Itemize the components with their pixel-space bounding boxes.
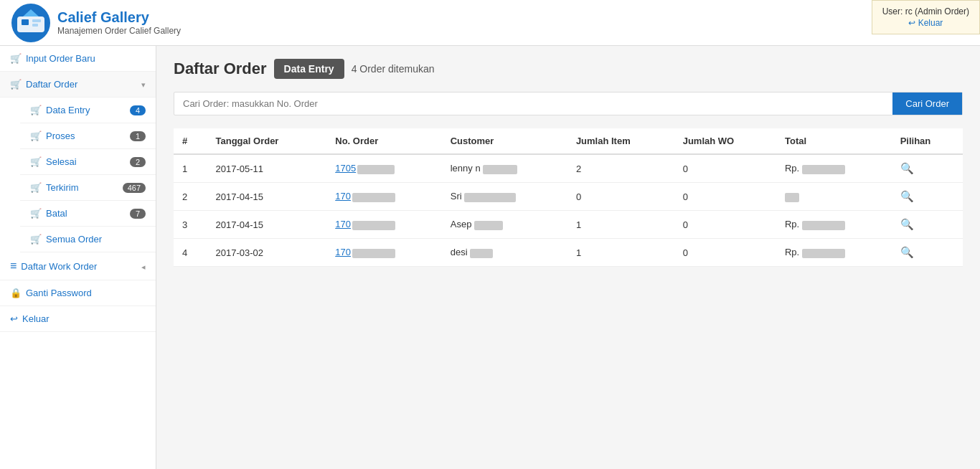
- sidebar-item-selesai[interactable]: Selesai 2: [20, 149, 156, 175]
- sidebar-label-daftar-order: Daftar Order: [26, 79, 77, 90]
- logo-icon: [11, 4, 50, 42]
- logo-text: Calief Gallery Manajemen Order Calief Ga…: [57, 9, 181, 36]
- table-row: 32017-04-15170Asep 10Rp. 🔍: [174, 211, 963, 239]
- sidebar-label-work-order: Daftar Work Order: [21, 261, 97, 272]
- table-row: 22017-04-15170Sri 00🔍: [174, 183, 963, 211]
- sidebar-label-semua-order: Semua Order: [46, 234, 102, 245]
- result-count: 4 Order ditemukan: [352, 63, 435, 75]
- customer-name: desi: [451, 247, 493, 257]
- search-detail-button[interactable]: 🔍: [900, 162, 914, 174]
- layout: Input Order Baru Daftar Order Data Entry…: [0, 46, 980, 469]
- cell-jumlah-wo: 0: [674, 239, 776, 267]
- app-name: Calief Gallery: [57, 9, 181, 26]
- th-jumlah-item: Jumlah Item: [567, 128, 674, 154]
- sidebar-item-ganti-password[interactable]: Ganti Password: [0, 280, 156, 306]
- cell-total: Rp.: [776, 239, 892, 267]
- badge-selesai: 2: [130, 157, 146, 167]
- no-order-link[interactable]: 170: [335, 191, 395, 202]
- page-title: Daftar Order: [174, 60, 267, 78]
- sidebar-item-proses[interactable]: Proses 1: [20, 123, 156, 149]
- cell-pilihan: 🔍: [892, 183, 963, 211]
- cell-pilihan: 🔍: [892, 154, 963, 183]
- logout-icon: [10, 313, 18, 324]
- lock-icon: [10, 288, 22, 298]
- cart-icon-4: [30, 131, 42, 141]
- main-content: Daftar Order Data Entry 4 Order ditemuka…: [156, 46, 980, 469]
- search-detail-button[interactable]: 🔍: [900, 218, 914, 230]
- cart-icon: [10, 53, 22, 64]
- sidebar-label-selesai: Selesai: [46, 156, 77, 167]
- cell-customer: lenny n: [442, 154, 567, 183]
- cell-no-order: 170: [326, 211, 441, 239]
- cart-icon-8: [30, 234, 42, 245]
- th-jumlah-wo: Jumlah WO: [674, 128, 776, 154]
- cart-icon-2: [10, 79, 22, 90]
- badge-batal: 7: [130, 209, 146, 219]
- customer-name: Asep: [451, 219, 503, 229]
- sidebar-item-semua-order[interactable]: Semua Order: [20, 227, 156, 252]
- cell-total: [776, 183, 892, 211]
- badge-terkirim: 467: [123, 183, 146, 193]
- sidebar-item-daftar-order[interactable]: Daftar Order: [0, 72, 156, 98]
- sidebar-item-keluar[interactable]: Keluar: [0, 306, 156, 332]
- no-order-link[interactable]: 170: [335, 247, 395, 257]
- cell-jumlah-item: 1: [567, 211, 674, 239]
- cell-jumlah-wo: 0: [674, 211, 776, 239]
- cell-jumlah-item: 1: [567, 239, 674, 267]
- page-header: Daftar Order Data Entry 4 Order ditemuka…: [174, 59, 963, 79]
- cart-icon-7: [30, 208, 42, 219]
- sidebar-item-input-order[interactable]: Input Order Baru: [0, 46, 156, 72]
- chevron-down-icon: [141, 79, 146, 90]
- cell-no: 2: [174, 183, 207, 211]
- order-table: # Tanggal Order No. Order Customer Jumla…: [174, 128, 963, 267]
- cell-pilihan: 🔍: [892, 239, 963, 267]
- header: Calief Gallery Manajemen Order Calief Ga…: [0, 0, 980, 46]
- search-button[interactable]: Cari Order: [892, 93, 962, 115]
- sidebar-item-work-order[interactable]: Daftar Work Order: [0, 252, 156, 280]
- cell-no-order: 1705: [326, 154, 441, 183]
- table-row: 42017-03-02170desi 10Rp. 🔍: [174, 239, 963, 267]
- no-order-link[interactable]: 170: [335, 219, 395, 229]
- cell-no-order: 170: [326, 239, 441, 267]
- cell-no: 4: [174, 239, 207, 267]
- cell-tanggal: 2017-03-02: [207, 239, 327, 267]
- cell-tanggal: 2017-04-15: [207, 183, 327, 211]
- th-total: Total: [776, 128, 892, 154]
- svg-rect-3: [22, 19, 29, 25]
- sidebar-item-terkirim[interactable]: Terkirim 467: [20, 175, 156, 201]
- cell-no-order: 170: [326, 183, 441, 211]
- cell-total: Rp.: [776, 211, 892, 239]
- total-value: Rp.: [785, 163, 845, 174]
- sidebar-label-data-entry: Data Entry: [46, 105, 90, 115]
- search-detail-button[interactable]: 🔍: [900, 190, 914, 202]
- th-no-order: No. Order: [326, 128, 441, 154]
- total-value: Rp.: [785, 247, 845, 257]
- cart-icon-3: [30, 105, 42, 115]
- cell-tanggal: 2017-04-15: [207, 211, 327, 239]
- cell-no: 1: [174, 154, 207, 183]
- logo-area: Calief Gallery Manajemen Order Calief Ga…: [11, 4, 181, 42]
- cell-no: 3: [174, 211, 207, 239]
- sidebar-item-batal[interactable]: Batal 7: [20, 201, 156, 227]
- user-info-panel: User: rc (Admin Order) ↩ Keluar: [872, 0, 980, 34]
- sidebar-label-ganti-password: Ganti Password: [26, 288, 92, 298]
- cart-icon-5: [30, 156, 42, 167]
- search-input[interactable]: [174, 93, 892, 115]
- sidebar-item-data-entry[interactable]: Data Entry 4: [20, 98, 156, 123]
- svg-rect-5: [32, 24, 38, 27]
- cell-jumlah-wo: 0: [674, 183, 776, 211]
- th-tanggal: Tanggal Order: [207, 128, 327, 154]
- svg-rect-1: [17, 16, 44, 32]
- total-value: Rp.: [785, 219, 845, 229]
- sidebar-label-proses: Proses: [46, 131, 75, 141]
- header-keluar-link[interactable]: ↩ Keluar: [882, 18, 969, 28]
- cell-jumlah-item: 0: [567, 183, 674, 211]
- active-tab-badge: Data Entry: [274, 59, 344, 79]
- list-icon: [10, 260, 17, 273]
- customer-name: lenny n: [451, 163, 518, 174]
- search-detail-button[interactable]: 🔍: [900, 246, 914, 258]
- cell-tanggal: 2017-05-11: [207, 154, 327, 183]
- no-order-link[interactable]: 1705: [335, 163, 395, 174]
- chevron-left-icon: [141, 261, 146, 272]
- table-row: 12017-05-111705lenny n 20Rp. 🔍: [174, 154, 963, 183]
